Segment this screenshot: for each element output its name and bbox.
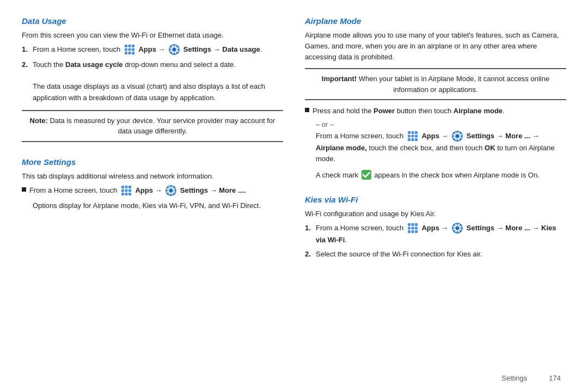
svg-rect-45 — [415, 230, 418, 233]
svg-rect-12 — [121, 186, 124, 188]
svg-rect-8 — [132, 52, 134, 54]
airplane-mode-title: Airplane Mode — [305, 16, 566, 26]
apps-icon-3 — [407, 130, 419, 142]
kies-wifi-body: Wi-Fi configuration and usage by Kies Ai… — [305, 209, 566, 260]
airplane-or-text: From a Home screen, touch Apps — [305, 131, 566, 164]
page-layout: Data Usage From this screen you can view… — [22, 16, 566, 376]
svg-rect-40 — [408, 227, 411, 230]
svg-rect-24 — [408, 131, 411, 134]
svg-rect-18 — [121, 193, 124, 195]
svg-rect-39 — [415, 223, 418, 226]
svg-rect-43 — [408, 230, 411, 233]
svg-rect-19 — [125, 193, 127, 195]
page-footer: Settings 174 — [501, 374, 561, 382]
airplane-mode-section: Airplane Mode Airplane mode allows you t… — [305, 16, 566, 186]
more-settings-title: More Settings — [22, 157, 283, 167]
svg-rect-27 — [408, 134, 411, 137]
right-column: Airplane Mode Airplane mode allows you t… — [305, 16, 566, 376]
settings-icon-2 — [165, 185, 177, 197]
bullet-icon-2 — [305, 108, 309, 112]
settings-icon — [168, 44, 180, 56]
kies-step1: 1. From a Home screen, touch — [305, 223, 566, 246]
apps-icon — [124, 44, 136, 56]
data-usage-title: Data Usage — [22, 16, 283, 26]
data-usage-steps: 1. From a Home screen, touch — [22, 44, 283, 103]
svg-rect-2 — [132, 45, 134, 47]
svg-point-35 — [456, 134, 460, 138]
svg-rect-17 — [128, 189, 131, 192]
left-column: Data Usage From this screen you can view… — [22, 16, 283, 376]
data-usage-step2: 2. Touch the Data usage cycle drop-down … — [22, 59, 283, 103]
note-box: Note: Data is measured by your device. Y… — [22, 110, 283, 142]
data-usage-section: Data Usage From this screen you can view… — [22, 16, 283, 149]
svg-rect-44 — [411, 230, 414, 233]
footer-section: Settings — [501, 374, 527, 382]
svg-rect-1 — [128, 45, 131, 47]
more-settings-list: From a Home screen, touch — [22, 185, 283, 197]
more-settings-section: More Settings This tab displays addition… — [22, 157, 283, 217]
important-box: Important! When your tablet is in Airpla… — [305, 68, 566, 100]
svg-rect-0 — [125, 45, 127, 47]
more-settings-body: This tab displays additional wireless an… — [22, 171, 283, 211]
airplane-mode-body: Airplane mode allows you to use many of … — [305, 30, 566, 63]
svg-rect-37 — [408, 223, 411, 226]
svg-rect-42 — [415, 227, 418, 230]
kies-wifi-steps: 1. From a Home screen, touch — [305, 223, 566, 260]
svg-rect-31 — [411, 138, 414, 141]
apps-icon-4 — [407, 222, 419, 234]
data-usage-intro: From this screen you can view the Wi-Fi … — [22, 30, 283, 103]
footer-page: 174 — [549, 374, 561, 382]
checkmark-icon — [362, 170, 371, 180]
svg-rect-15 — [121, 189, 124, 192]
svg-rect-28 — [411, 134, 414, 137]
kies-step2: 2. Select the source of the Wi-Fi connec… — [305, 249, 566, 260]
or-line: – or – — [305, 120, 566, 128]
settings-icon-3 — [451, 130, 463, 142]
data-usage-step1: 1. From a Home screen, touch — [22, 44, 283, 56]
kies-wifi-title: Kies via Wi-Fi — [305, 195, 566, 204]
svg-rect-5 — [132, 48, 134, 51]
apps-icon-2 — [120, 185, 132, 197]
svg-rect-38 — [411, 223, 414, 226]
svg-rect-20 — [128, 193, 131, 195]
svg-rect-26 — [415, 131, 418, 134]
svg-rect-6 — [125, 52, 127, 54]
svg-rect-29 — [415, 134, 418, 137]
kies-wifi-section: Kies via Wi-Fi Wi-Fi configuration and u… — [305, 195, 566, 265]
svg-rect-25 — [411, 131, 414, 134]
svg-rect-13 — [125, 186, 127, 188]
svg-point-11 — [173, 48, 176, 52]
svg-rect-7 — [128, 52, 131, 54]
more-settings-item1: From a Home screen, touch — [22, 185, 283, 197]
bullet-icon — [22, 187, 26, 192]
svg-rect-4 — [128, 48, 131, 51]
svg-rect-30 — [408, 138, 411, 141]
svg-rect-3 — [125, 48, 127, 51]
settings-icon-4 — [451, 222, 463, 234]
svg-point-23 — [169, 188, 173, 192]
svg-rect-16 — [125, 189, 127, 192]
checkmark-text: A check mark appears in the check box wh… — [305, 170, 566, 181]
svg-rect-14 — [128, 186, 131, 188]
svg-point-48 — [456, 226, 460, 230]
airplane-bullet-list: Press and hold the Power button then tou… — [305, 106, 566, 117]
svg-rect-32 — [415, 138, 418, 141]
airplane-bullet1: Press and hold the Power button then tou… — [305, 106, 566, 117]
svg-rect-41 — [411, 227, 414, 230]
